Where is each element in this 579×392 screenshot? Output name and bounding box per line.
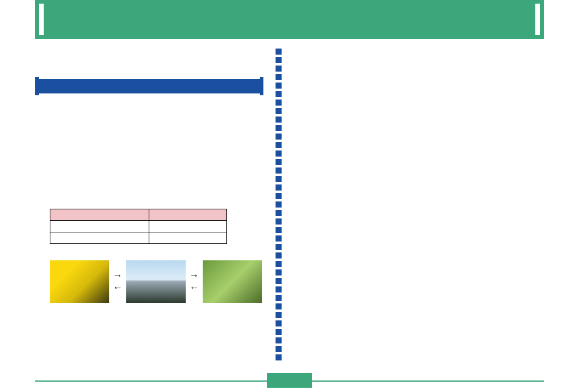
table-row <box>50 232 227 244</box>
subheading-cap-left <box>35 77 39 95</box>
image-mountain <box>126 260 186 303</box>
table-header-row <box>50 209 227 221</box>
table-cell <box>50 221 149 232</box>
image-dragonfly <box>203 260 262 303</box>
data-table <box>50 209 227 244</box>
arrow-right-icon: → <box>189 271 199 280</box>
table-row <box>50 221 227 232</box>
banner-accent-right <box>535 4 540 35</box>
document-page: → ← → ← <box>0 0 579 392</box>
table-cell <box>149 221 227 232</box>
top-banner <box>35 0 544 39</box>
image-flow-row: → ← → ← <box>50 260 262 303</box>
table-cell <box>149 232 227 244</box>
arrow-left-icon: ← <box>113 283 123 292</box>
arrow-right-icon: → <box>113 271 123 280</box>
table-header-1 <box>50 209 149 221</box>
banner-accent-left <box>39 4 44 35</box>
arrow-group-1: → ← <box>109 271 126 292</box>
arrow-group-2: → ← <box>186 271 203 292</box>
image-flower <box>50 260 109 303</box>
table-header-2 <box>149 209 227 221</box>
page-number-badge <box>267 373 312 388</box>
column-divider <box>276 49 282 363</box>
section-subheading <box>35 79 263 93</box>
table-cell <box>50 232 149 244</box>
arrow-left-icon: ← <box>189 283 199 292</box>
subheading-cap-right <box>260 77 263 95</box>
